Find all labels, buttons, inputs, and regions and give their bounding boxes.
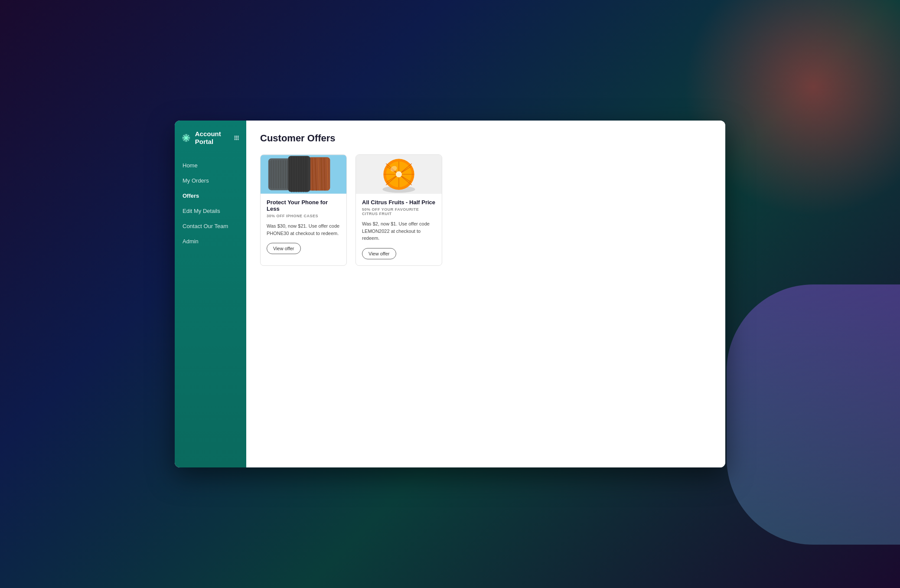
svg-point-17	[238, 139, 239, 140]
offer-image-orange	[356, 155, 442, 194]
svg-point-9	[234, 136, 235, 137]
offer-description-1: Was $30, now $21. Use offer code PHONE30…	[267, 222, 340, 237]
svg-point-14	[238, 137, 239, 139]
sidebar-nav: Home My Orders Offers Edit My Details Co…	[175, 154, 246, 252]
svg-point-13	[236, 137, 237, 139]
svg-point-10	[236, 136, 237, 137]
sidebar-header: Account Portal	[175, 121, 246, 154]
sidebar-item-edit-my-details[interactable]: Edit My Details	[175, 203, 246, 219]
sidebar-item-home[interactable]: Home	[175, 158, 246, 173]
sidebar: Account Portal Home My Orders Offers Edi…	[175, 121, 246, 467]
sidebar-item-admin[interactable]: Admin	[175, 234, 246, 249]
svg-point-15	[234, 139, 235, 140]
offer-body-2: All Citrus Fruits - Half Price 50% OFF Y…	[356, 194, 442, 265]
svg-point-7	[183, 137, 183, 138]
svg-point-16	[236, 139, 237, 140]
offers-grid: Protect Your Phone for Less 30% OFF IPHO…	[260, 154, 711, 266]
view-offer-button-1[interactable]: View offer	[267, 243, 301, 254]
offer-subtitle-1: 30% OFF IPHONE CASES	[267, 214, 340, 218]
svg-point-12	[234, 137, 235, 139]
sidebar-item-my-orders[interactable]: My Orders	[175, 173, 246, 188]
svg-point-5	[186, 134, 186, 135]
offer-card-2: All Citrus Fruits - Half Price 50% OFF Y…	[355, 154, 442, 266]
offer-card-1: Protect Your Phone for Less 30% OFF IPHO…	[260, 154, 347, 266]
svg-point-11	[238, 136, 239, 137]
sidebar-item-contact-our-team[interactable]: Contact Our Team	[175, 219, 246, 234]
svg-point-8	[189, 137, 190, 138]
offer-image-phone-cases	[261, 155, 346, 194]
offer-body-1: Protect Your Phone for Less 30% OFF IPHO…	[261, 194, 346, 260]
grid-icon[interactable]	[234, 134, 239, 142]
view-offer-button-2[interactable]: View offer	[362, 248, 396, 259]
offer-description-2: Was $2, now $1. Use offer code LEMON2022…	[362, 220, 436, 242]
sidebar-item-offers[interactable]: Offers	[175, 188, 246, 203]
svg-rect-31	[308, 157, 330, 190]
offer-subtitle-2: 50% OFF YOUR FAVOURITE CITRUS FRUIT	[362, 207, 436, 216]
svg-point-6	[186, 140, 186, 141]
main-content: Customer Offers	[246, 121, 725, 467]
snowflake-icon	[182, 132, 191, 144]
offer-title-1: Protect Your Phone for Less	[267, 199, 340, 212]
app-window: Account Portal Home My Orders Offers Edi…	[175, 121, 725, 467]
sidebar-title: Account Portal	[195, 130, 229, 146]
svg-point-61	[396, 171, 402, 177]
page-title: Customer Offers	[260, 133, 711, 144]
offer-title-2: All Citrus Fruits - Half Price	[362, 199, 436, 206]
